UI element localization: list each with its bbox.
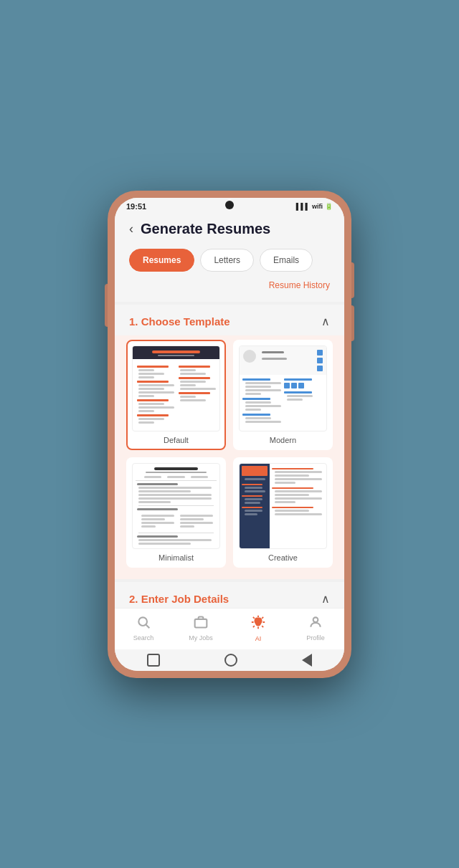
android-nav-bar: [115, 649, 344, 671]
choose-template-section: 1. Choose Template ∧: [115, 305, 344, 579]
status-bar: 19:51 ▌▌▌ wifi 🔋: [115, 198, 344, 214]
header-row: ‹ Generate Resumes: [129, 221, 330, 237]
ai-nav-icon: [250, 614, 266, 634]
tab-emails[interactable]: Emails: [260, 249, 313, 272]
template-modern-preview: [239, 345, 327, 431]
briefcase-nav-icon: [194, 615, 208, 633]
template-creative[interactable]: Creative: [233, 457, 333, 568]
power-button-2: [351, 305, 354, 341]
nav-profile-label: Profile: [306, 634, 325, 642]
template-minimalist-label: Minimalist: [158, 553, 194, 562]
svg-point-7: [313, 617, 318, 622]
section1-title: 1. Choose Template: [129, 315, 230, 328]
status-icons: ▌▌▌ wifi 🔋: [296, 203, 333, 210]
svg-line-1: [146, 624, 150, 628]
volume-button: [105, 284, 108, 327]
status-time: 19:51: [126, 202, 146, 211]
template-creative-label: Creative: [268, 553, 298, 562]
section2-title: 2. Enter Job Details: [129, 593, 229, 605]
tab-row: Resumes Letters Emails: [129, 249, 330, 272]
screen-content[interactable]: ‹ Generate Resumes Resumes Letters Email…: [115, 214, 344, 608]
template-default-label: Default: [164, 436, 189, 444]
nav-my-jobs[interactable]: My Jobs: [172, 615, 230, 642]
nav-search[interactable]: Search: [115, 615, 172, 642]
resume-history-link[interactable]: Resume History: [129, 280, 330, 290]
nav-my-jobs-label: My Jobs: [189, 634, 213, 642]
tab-letters[interactable]: Letters: [200, 249, 254, 272]
phone-frame: 19:51 ▌▌▌ wifi 🔋 ‹ Generate Resumes Resu…: [108, 191, 351, 678]
svg-point-0: [138, 617, 147, 626]
nav-search-label: Search: [133, 634, 154, 642]
back-button[interactable]: ‹: [129, 221, 133, 237]
page-title: Generate Resumes: [141, 221, 270, 237]
nav-profile[interactable]: Profile: [287, 615, 344, 642]
bottom-nav: Search My Jobs: [115, 608, 344, 649]
android-recent-icon[interactable]: [147, 654, 160, 667]
profile-nav-icon: [308, 615, 323, 633]
chevron-up-icon[interactable]: ∧: [321, 315, 330, 328]
template-default-preview: [132, 345, 220, 431]
template-grid: Default: [115, 335, 344, 579]
section2-header: 2. Enter Job Details ∧: [115, 582, 344, 608]
search-nav-icon: [136, 615, 151, 633]
android-home-icon[interactable]: [224, 654, 237, 667]
template-default[interactable]: Default: [126, 340, 226, 450]
phone-screen: 19:51 ▌▌▌ wifi 🔋 ‹ Generate Resumes Resu…: [115, 198, 344, 671]
template-modern[interactable]: Modern: [233, 340, 333, 450]
power-button: [351, 262, 354, 298]
section2-chevron-icon[interactable]: ∧: [321, 592, 330, 606]
battery-icon: 🔋: [325, 203, 333, 210]
signal-icon: ▌▌▌: [296, 203, 310, 210]
android-back-icon[interactable]: [302, 654, 312, 667]
svg-rect-2: [195, 619, 207, 627]
svg-point-6: [256, 621, 260, 626]
template-minimalist-preview: [132, 463, 220, 549]
template-creative-preview: [239, 463, 327, 549]
nav-ai-label: AI: [255, 635, 262, 642]
job-details-section: 2. Enter Job Details ∧: [115, 582, 344, 608]
wifi-icon: wifi: [312, 203, 323, 210]
template-modern-label: Modern: [270, 436, 296, 444]
nav-ai[interactable]: AI: [230, 614, 287, 642]
camera-notch: [225, 201, 234, 209]
template-minimalist[interactable]: Minimalist: [126, 457, 226, 568]
top-section: ‹ Generate Resumes Resumes Letters Email…: [115, 214, 344, 302]
section1-header: 1. Choose Template ∧: [115, 305, 344, 335]
tab-resumes[interactable]: Resumes: [129, 249, 194, 272]
